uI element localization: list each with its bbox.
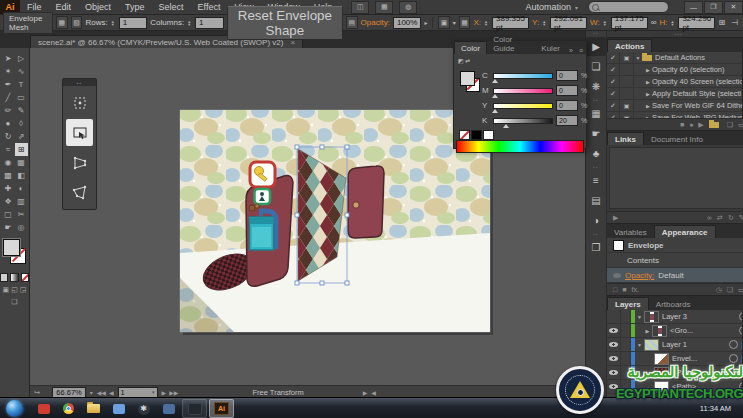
cyan-value[interactable]: 0 (556, 70, 578, 81)
artboard-nav-field[interactable]: 1 ▾ (118, 387, 158, 398)
play-icon[interactable]: ▶ (698, 121, 703, 129)
widget-grip[interactable]: ▪▪ (63, 79, 96, 86)
update-link-icon[interactable]: ↻ (728, 214, 734, 222)
transform-icon[interactable]: ⊞ (718, 18, 725, 27)
y-field[interactable]: 292.091 pt (550, 17, 587, 29)
magenta-value[interactable]: 0 (556, 85, 578, 96)
new-set-icon[interactable] (709, 122, 719, 128)
search-input[interactable] (588, 1, 669, 13)
workspace-switcher[interactable]: Automation (521, 2, 575, 12)
dialog-toggle-icon[interactable]: ▣ (620, 52, 634, 63)
blend-tool[interactable]: ◐ (15, 182, 28, 195)
links-list[interactable] (609, 147, 743, 209)
dialog-toggle-empty[interactable] (620, 76, 634, 87)
record-icon[interactable]: ● (689, 121, 693, 128)
layer-row[interactable]: <Path> (607, 380, 743, 394)
tab-artboards[interactable]: Artboards (649, 298, 698, 310)
visibility-toggle[interactable] (607, 380, 621, 393)
dock-magic-wand-icon[interactable]: ☛ (586, 124, 606, 143)
slice-tool[interactable]: ✂ (15, 208, 28, 221)
layer-row[interactable]: ▼ Layer 1 (607, 338, 743, 352)
taskbar-illustrator-icon[interactable]: Ai (209, 399, 234, 418)
taskbar-player-icon[interactable]: ✱ (132, 400, 155, 417)
dock-pathfinder-icon[interactable]: ❋ (586, 77, 606, 96)
target-circle[interactable] (729, 354, 738, 363)
action-row[interactable]: ✓ ▶ Apply Default Style (selecti... (607, 88, 743, 100)
action-row[interactable]: ✓ ▣ ▼ Default Actions (607, 52, 743, 64)
share-icon[interactable]: ↪ (34, 388, 40, 397)
pen-tool[interactable]: ✒ (2, 78, 15, 91)
arrange-documents-icon[interactable]: ▦ (375, 1, 393, 14)
symbol-sprayer-tool[interactable]: ❖ (2, 195, 15, 208)
none-mode-button[interactable] (21, 273, 29, 282)
layer-name[interactable]: <Gro... (670, 326, 739, 335)
flyout-icon[interactable]: ▶ (613, 214, 618, 222)
lasso-tool[interactable]: ∿ (15, 65, 28, 78)
taskbar-clock[interactable]: 11:34 AM (700, 404, 731, 413)
rows-field[interactable]: 1 (119, 17, 148, 29)
cyan-slider[interactable] (493, 73, 553, 79)
white-swatch[interactable] (483, 130, 494, 140)
tab-layers[interactable]: Layers (607, 297, 649, 310)
dialog-toggle-empty[interactable] (620, 64, 634, 75)
appearance-row[interactable]: Envelope (607, 238, 743, 253)
scale-tool[interactable]: ⇗ (15, 130, 28, 143)
layer-row[interactable]: <Path> (607, 366, 743, 380)
action-checkbox[interactable]: ✓ (607, 88, 620, 99)
h-field[interactable]: 324.296 pt (678, 17, 715, 29)
paintbrush-tool[interactable]: ✏ (2, 104, 15, 117)
visibility-toggle[interactable] (607, 324, 621, 337)
layer-name[interactable]: <Path> (672, 382, 739, 391)
minimize-button[interactable]: — (684, 1, 703, 14)
dock-stroke-icon[interactable]: ≡ (586, 171, 606, 190)
add-effect-icon[interactable]: fx. (631, 286, 638, 293)
play-arrow-icon[interactable]: ▶ (644, 115, 652, 119)
zoom-level-field[interactable]: 66.67% (52, 387, 85, 398)
blob-brush-tool[interactable]: ● (2, 117, 15, 130)
expand-arrow-icon[interactable]: ▼ (635, 314, 644, 320)
dialog-toggle-icon[interactable]: ▣ (620, 100, 634, 111)
dock-navigator-icon[interactable]: ❏ (586, 57, 606, 76)
columns-field[interactable]: 1 (195, 17, 224, 29)
lock-toggle[interactable] (621, 352, 631, 365)
visibility-toggle[interactable] (607, 352, 621, 365)
magenta-slider[interactable] (493, 88, 553, 94)
tab-appearance[interactable]: Appearance (654, 225, 716, 238)
rows-stepper[interactable]: ▲▼ (111, 20, 115, 26)
panel-menu-icon[interactable]: ≡ (576, 47, 586, 54)
w-field[interactable]: 137.175 pt (611, 17, 648, 29)
opacity-field[interactable]: 100% (393, 17, 421, 29)
action-row[interactable]: ✓ ▣ ▶ Save For Web JPG Medium (607, 112, 743, 118)
zoom-dropdown-icon[interactable]: ▾ (90, 389, 93, 396)
layer-row[interactable]: ▶ <Gro... (607, 324, 743, 338)
delete-action-icon[interactable]: ▭ (738, 121, 743, 129)
dock-artboards-icon[interactable]: ▦ (586, 104, 606, 123)
target-circle[interactable] (729, 340, 738, 349)
visibility-toggle[interactable] (607, 310, 621, 323)
action-row[interactable]: ✓ ▣ ▶ Save For Web GIF 64 Dithe... (607, 100, 743, 112)
reference-point-icon[interactable]: ▦ (459, 16, 471, 29)
layer-thumbnail[interactable] (652, 325, 667, 337)
taskbar-media-app-icon[interactable] (32, 400, 55, 417)
eye-icon[interactable] (613, 273, 621, 278)
layer-thumbnail[interactable] (654, 367, 669, 379)
last-artboard-icon[interactable]: ▶▶ (169, 389, 178, 396)
free-distort-button[interactable] (66, 179, 93, 206)
line-tool[interactable]: ╱ (2, 91, 15, 104)
dialog-toggle-icon[interactable]: ▣ (620, 112, 634, 118)
black-slider[interactable] (493, 118, 553, 124)
relink-icon[interactable]: ∞ (707, 214, 712, 221)
tab-actions[interactable]: Actions (607, 39, 652, 52)
restore-button[interactable]: ❐ (704, 1, 723, 14)
menu-select[interactable]: Select (152, 0, 191, 14)
draw-inside-icon[interactable]: ◲ (20, 286, 27, 294)
lock-toggle[interactable] (621, 338, 631, 351)
edit-original-icon[interactable]: ✎ (739, 214, 743, 222)
expand-arrow-icon[interactable]: ▶ (643, 328, 652, 334)
layer-thumbnail[interactable] (654, 381, 669, 393)
opacity-link[interactable]: Opacity: (625, 271, 654, 280)
layer-row[interactable]: Envel... (607, 352, 743, 366)
color-mode-button[interactable] (0, 273, 8, 282)
screen-mode-icon[interactable]: ❏ (11, 298, 17, 306)
stop-icon[interactable]: ■ (680, 121, 684, 128)
